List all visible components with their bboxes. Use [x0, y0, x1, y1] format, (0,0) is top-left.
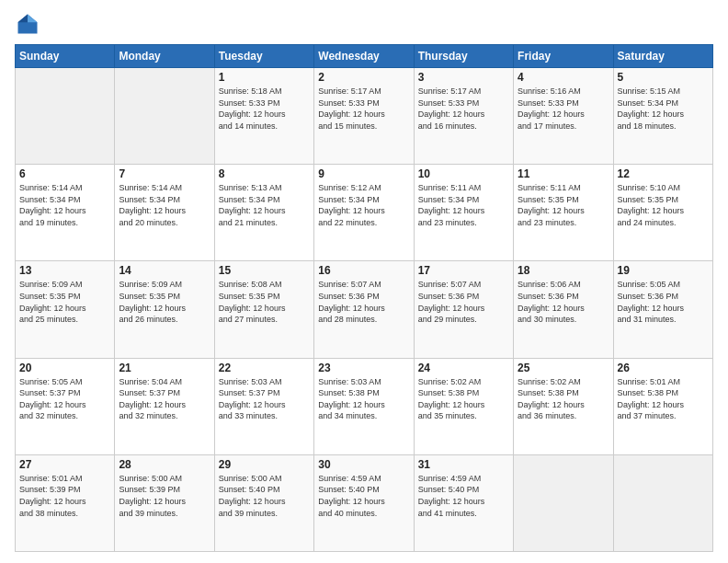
calendar-cell: 9Sunrise: 5:12 AM Sunset: 5:34 PM Daylig… [314, 165, 414, 261]
calendar-cell: 24Sunrise: 5:02 AM Sunset: 5:38 PM Dayli… [414, 358, 513, 454]
day-number: 19 [618, 264, 709, 277]
day-number: 17 [418, 264, 509, 277]
weekday-header: Friday [514, 45, 613, 68]
day-number: 27 [19, 458, 110, 471]
day-number: 28 [119, 458, 210, 471]
day-info: Sunrise: 5:07 AM Sunset: 5:36 PM Dayligh… [418, 279, 509, 325]
day-number: 25 [518, 362, 609, 374]
logo [15, 11, 44, 37]
weekday-header: Thursday [414, 45, 513, 68]
day-number: 3 [418, 71, 509, 84]
calendar-week-row: 20Sunrise: 5:05 AM Sunset: 5:37 PM Dayli… [16, 358, 713, 454]
day-info: Sunrise: 5:03 AM Sunset: 5:37 PM Dayligh… [219, 376, 310, 422]
day-info: Sunrise: 5:18 AM Sunset: 5:33 PM Dayligh… [219, 86, 310, 132]
day-number: 20 [19, 362, 110, 374]
day-number: 12 [618, 167, 709, 180]
calendar-cell: 12Sunrise: 5:10 AM Sunset: 5:35 PM Dayli… [613, 165, 712, 261]
day-number: 4 [518, 71, 609, 84]
day-info: Sunrise: 5:13 AM Sunset: 5:34 PM Dayligh… [219, 182, 310, 228]
calendar-cell: 7Sunrise: 5:14 AM Sunset: 5:34 PM Daylig… [115, 165, 214, 261]
calendar-cell: 31Sunrise: 4:59 AM Sunset: 5:40 PM Dayli… [414, 454, 513, 551]
day-info: Sunrise: 5:04 AM Sunset: 5:37 PM Dayligh… [119, 376, 210, 422]
day-info: Sunrise: 4:59 AM Sunset: 5:40 PM Dayligh… [318, 473, 409, 519]
day-number: 13 [19, 264, 110, 277]
calendar-cell: 4Sunrise: 5:16 AM Sunset: 5:33 PM Daylig… [514, 68, 613, 165]
day-number: 29 [219, 458, 310, 471]
day-number: 11 [518, 167, 609, 180]
calendar-cell: 21Sunrise: 5:04 AM Sunset: 5:37 PM Dayli… [115, 358, 214, 454]
svg-marker-2 [18, 15, 28, 23]
day-info: Sunrise: 5:14 AM Sunset: 5:34 PM Dayligh… [119, 182, 210, 228]
calendar-cell: 19Sunrise: 5:05 AM Sunset: 5:36 PM Dayli… [613, 261, 712, 358]
calendar-table: SundayMondayTuesdayWednesdayThursdayFrid… [15, 44, 713, 552]
day-info: Sunrise: 5:05 AM Sunset: 5:37 PM Dayligh… [19, 376, 110, 422]
calendar-cell: 26Sunrise: 5:01 AM Sunset: 5:38 PM Dayli… [613, 358, 712, 454]
day-info: Sunrise: 5:11 AM Sunset: 5:34 PM Dayligh… [418, 182, 509, 228]
day-info: Sunrise: 5:17 AM Sunset: 5:33 PM Dayligh… [418, 86, 509, 132]
calendar-cell: 28Sunrise: 5:00 AM Sunset: 5:39 PM Dayli… [115, 454, 214, 551]
weekday-header: Sunday [16, 45, 115, 68]
day-info: Sunrise: 5:10 AM Sunset: 5:35 PM Dayligh… [618, 182, 709, 228]
calendar-cell: 18Sunrise: 5:06 AM Sunset: 5:36 PM Dayli… [514, 261, 613, 358]
day-info: Sunrise: 5:05 AM Sunset: 5:36 PM Dayligh… [618, 279, 709, 325]
day-number: 7 [119, 167, 210, 180]
day-info: Sunrise: 5:15 AM Sunset: 5:34 PM Dayligh… [618, 86, 709, 132]
calendar-cell: 3Sunrise: 5:17 AM Sunset: 5:33 PM Daylig… [414, 68, 513, 165]
day-info: Sunrise: 5:06 AM Sunset: 5:36 PM Dayligh… [518, 279, 609, 325]
day-number: 31 [418, 458, 509, 471]
day-number: 10 [418, 167, 509, 180]
day-info: Sunrise: 4:59 AM Sunset: 5:40 PM Dayligh… [418, 473, 509, 519]
day-info: Sunrise: 5:00 AM Sunset: 5:40 PM Dayligh… [219, 473, 310, 519]
day-number: 30 [318, 458, 409, 471]
day-info: Sunrise: 5:17 AM Sunset: 5:33 PM Dayligh… [318, 86, 409, 132]
day-info: Sunrise: 5:01 AM Sunset: 5:39 PM Dayligh… [19, 473, 110, 519]
calendar-week-row: 13Sunrise: 5:09 AM Sunset: 5:35 PM Dayli… [16, 261, 713, 358]
calendar-cell: 1Sunrise: 5:18 AM Sunset: 5:33 PM Daylig… [214, 68, 313, 165]
day-number: 24 [418, 362, 509, 374]
day-info: Sunrise: 5:16 AM Sunset: 5:33 PM Dayligh… [518, 86, 609, 132]
day-info: Sunrise: 5:09 AM Sunset: 5:35 PM Dayligh… [19, 279, 110, 325]
page: SundayMondayTuesdayWednesdayThursdayFrid… [0, 0, 728, 563]
day-info: Sunrise: 5:07 AM Sunset: 5:36 PM Dayligh… [318, 279, 409, 325]
day-number: 1 [219, 71, 310, 84]
calendar-cell: 5Sunrise: 5:15 AM Sunset: 5:34 PM Daylig… [613, 68, 712, 165]
day-info: Sunrise: 5:14 AM Sunset: 5:34 PM Dayligh… [19, 182, 110, 228]
day-number: 8 [219, 167, 310, 180]
calendar-week-row: 1Sunrise: 5:18 AM Sunset: 5:33 PM Daylig… [16, 68, 713, 165]
day-number: 16 [318, 264, 409, 277]
calendar-cell: 8Sunrise: 5:13 AM Sunset: 5:34 PM Daylig… [214, 165, 313, 261]
day-info: Sunrise: 5:11 AM Sunset: 5:35 PM Dayligh… [518, 182, 609, 228]
day-info: Sunrise: 5:02 AM Sunset: 5:38 PM Dayligh… [518, 376, 609, 422]
calendar-cell: 20Sunrise: 5:05 AM Sunset: 5:37 PM Dayli… [16, 358, 115, 454]
calendar-cell: 30Sunrise: 4:59 AM Sunset: 5:40 PM Dayli… [314, 454, 414, 551]
day-number: 6 [19, 167, 110, 180]
header [15, 11, 713, 37]
svg-marker-1 [28, 15, 38, 23]
day-number: 26 [618, 362, 709, 374]
calendar-cell [613, 454, 712, 551]
weekday-header: Saturday [613, 45, 712, 68]
calendar-cell: 25Sunrise: 5:02 AM Sunset: 5:38 PM Dayli… [514, 358, 613, 454]
day-info: Sunrise: 5:03 AM Sunset: 5:38 PM Dayligh… [318, 376, 409, 422]
day-info: Sunrise: 5:00 AM Sunset: 5:39 PM Dayligh… [119, 473, 210, 519]
logo-icon [15, 11, 40, 37]
day-info: Sunrise: 5:09 AM Sunset: 5:35 PM Dayligh… [119, 279, 210, 325]
calendar-cell [16, 68, 115, 165]
day-number: 15 [219, 264, 310, 277]
calendar-cell: 10Sunrise: 5:11 AM Sunset: 5:34 PM Dayli… [414, 165, 513, 261]
day-number: 23 [318, 362, 409, 374]
calendar-cell: 22Sunrise: 5:03 AM Sunset: 5:37 PM Dayli… [214, 358, 313, 454]
calendar-cell: 27Sunrise: 5:01 AM Sunset: 5:39 PM Dayli… [16, 454, 115, 551]
calendar-cell: 6Sunrise: 5:14 AM Sunset: 5:34 PM Daylig… [16, 165, 115, 261]
calendar-cell: 23Sunrise: 5:03 AM Sunset: 5:38 PM Dayli… [314, 358, 414, 454]
calendar-cell: 14Sunrise: 5:09 AM Sunset: 5:35 PM Dayli… [115, 261, 214, 358]
calendar-header-row: SundayMondayTuesdayWednesdayThursdayFrid… [16, 45, 713, 68]
calendar-cell: 29Sunrise: 5:00 AM Sunset: 5:40 PM Dayli… [214, 454, 313, 551]
day-info: Sunrise: 5:08 AM Sunset: 5:35 PM Dayligh… [219, 279, 310, 325]
day-number: 22 [219, 362, 310, 374]
day-info: Sunrise: 5:02 AM Sunset: 5:38 PM Dayligh… [418, 376, 509, 422]
day-info: Sunrise: 5:12 AM Sunset: 5:34 PM Dayligh… [318, 182, 409, 228]
day-number: 21 [119, 362, 210, 374]
weekday-header: Monday [115, 45, 214, 68]
calendar-cell [514, 454, 613, 551]
